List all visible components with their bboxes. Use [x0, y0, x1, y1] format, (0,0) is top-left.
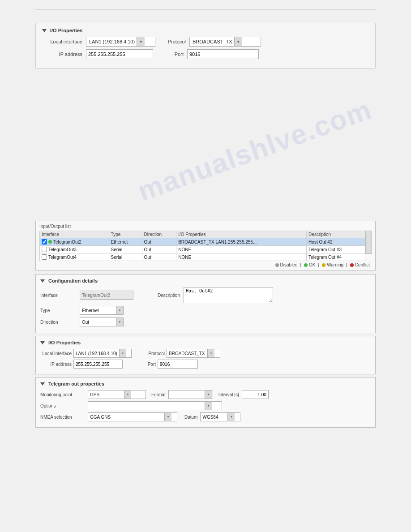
direction-label: Direction: [40, 320, 76, 325]
table-cell-io-props: BROADCAST_TX LAN1 255.255.255...: [176, 238, 307, 246]
datum-label: Datum: [184, 415, 197, 420]
local-interface-label: Local interface: [42, 39, 82, 44]
io-props-bottom-panel: I/O Properties Local Interface LAN1 (192…: [35, 336, 376, 374]
datum-select[interactable]: WGS84: [200, 412, 240, 421]
io-ip-label: IP address: [40, 362, 72, 367]
row-checkbox[interactable]: [42, 239, 47, 245]
table-cell-type: Ethernet: [109, 238, 142, 246]
type-select[interactable]: Ethernet: [80, 306, 124, 315]
io-props-bottom-title: I/O Properties: [40, 340, 371, 345]
interval-input[interactable]: [242, 390, 269, 399]
col-type: Type: [109, 231, 142, 238]
row-checkbox[interactable]: [42, 254, 47, 260]
io-list-panel: Input/Output list Interface Type Directi…: [35, 221, 376, 270]
interface-name: TelegramOut4: [48, 255, 77, 260]
io-protocol-arrow[interactable]: [207, 349, 214, 357]
warning-dot: [322, 263, 325, 267]
direction-select[interactable]: Out: [80, 317, 124, 326]
io-table: Interface Type Direction I/O Properties …: [39, 231, 365, 261]
monitoring-point-select[interactable]: GPS: [88, 390, 146, 399]
nmea-select[interactable]: GGA GNS: [88, 412, 177, 421]
conflict-label: Conflict: [355, 262, 370, 267]
config-details-title: Configuration details: [40, 278, 371, 283]
interface-name: TelegramOut3: [48, 247, 77, 252]
col-interface: Interface: [40, 231, 109, 238]
local-interface-select[interactable]: LAN1 (192.168.4.10): [86, 37, 155, 47]
type-dropdown-arrow[interactable]: [116, 306, 123, 314]
table-row[interactable]: TelegramOut2EthernetOutBROADCAST_TX LAN1…: [40, 238, 365, 246]
protocol-dropdown-arrow[interactable]: [234, 37, 242, 46]
protocol-label: Protocol: [159, 39, 186, 44]
interface-input[interactable]: [80, 291, 133, 300]
nmea-selection-label: NMEA selection: [40, 415, 85, 420]
table-cell-interface: TelegramOut2: [40, 238, 109, 246]
table-row[interactable]: TelegramOut4SerialOutNONETelegram Out #4: [40, 253, 365, 261]
ip-address-input[interactable]: [86, 49, 153, 59]
io-local-iface-arrow[interactable]: [119, 349, 126, 357]
io-port-label: Port: [133, 362, 156, 367]
options-select[interactable]: [88, 401, 222, 410]
ok-dot: [304, 263, 308, 267]
warning-label: Warning: [327, 262, 343, 267]
table-cell-type: Serial: [109, 246, 142, 253]
io-local-iface-select[interactable]: LAN1 (192.168.4.10): [73, 349, 132, 358]
watermark: manualshlve.com: [133, 93, 376, 207]
description-label: Description: [144, 293, 180, 298]
io-port-input[interactable]: [158, 360, 198, 369]
port-label: Port: [157, 51, 184, 57]
conflict-dot: [350, 263, 354, 267]
monitoring-point-arrow[interactable]: [124, 390, 131, 399]
type-label: Type: [40, 308, 76, 313]
table-cell-description: Telegram Out #3: [307, 246, 365, 253]
table-cell-direction: Out: [142, 253, 176, 261]
interval-label: Interval [s]: [218, 392, 239, 397]
description-textarea[interactable]: [184, 287, 273, 303]
table-cell-direction: Out: [142, 246, 176, 253]
io-protocol-select[interactable]: BROADCAST_TX: [167, 349, 220, 358]
options-label: Options: [40, 403, 85, 408]
interface-label: Interface: [40, 293, 76, 298]
config-triangle-icon: [40, 279, 45, 283]
options-arrow[interactable]: [205, 402, 212, 410]
table-cell-description: Host Out #2: [307, 238, 365, 246]
direction-dropdown-arrow[interactable]: [116, 318, 123, 326]
row-checkbox[interactable]: [42, 247, 47, 252]
telegram-out-title: Telegram out properties: [40, 381, 371, 386]
datum-arrow[interactable]: [227, 413, 235, 421]
table-row[interactable]: TelegramOut3SerialOutNONETelegram Out #3: [40, 246, 365, 253]
scrollbar[interactable]: [365, 231, 372, 254]
table-cell-description: Telegram Out #4: [307, 253, 365, 261]
table-cell-direction: Out: [142, 238, 176, 246]
format-arrow[interactable]: [205, 390, 212, 399]
ok-label: OK: [309, 262, 315, 267]
disabled-dot: [275, 263, 279, 267]
table-cell-io-props: NONE: [176, 253, 307, 261]
port-input[interactable]: [187, 49, 259, 59]
protocol-select[interactable]: BROADCAST_TX: [189, 37, 261, 47]
ip-address-label: IP address: [42, 51, 82, 57]
table-cell-io-props: NONE: [176, 246, 307, 253]
telegram-out-panel: Telegram out properties Monitoring point…: [35, 377, 376, 428]
disabled-label: Disabled: [280, 262, 298, 267]
io-protocol-label: Protocol: [142, 351, 165, 356]
interface-name: TelegramOut2: [53, 240, 81, 245]
format-select[interactable]: [168, 390, 213, 399]
io-props-triangle-icon: [40, 341, 45, 344]
table-cell-interface: TelegramOut4: [40, 253, 109, 261]
io-properties-title: I/O Properties: [42, 28, 369, 33]
io-ip-input[interactable]: [73, 360, 123, 369]
status-legend: Disabled | OK | Warning | Conflict: [39, 262, 372, 267]
format-label: Format: [151, 392, 166, 397]
io-list-title: Input/Output list: [39, 224, 372, 229]
config-details-panel: Configuration details Interface Descript…: [35, 274, 376, 333]
triangle-down-icon: [42, 29, 47, 32]
telegram-triangle-icon: [40, 382, 45, 386]
local-interface-dropdown-arrow[interactable]: [137, 37, 145, 46]
col-description: Description: [307, 231, 365, 238]
col-direction: Direction: [142, 231, 176, 238]
io-local-iface-label: Local Interface: [40, 351, 72, 356]
table-cell-type: Serial: [109, 253, 142, 261]
col-io-props: I/O Properties: [176, 231, 307, 238]
status-dot: [48, 240, 52, 244]
nmea-arrow[interactable]: [164, 413, 171, 421]
